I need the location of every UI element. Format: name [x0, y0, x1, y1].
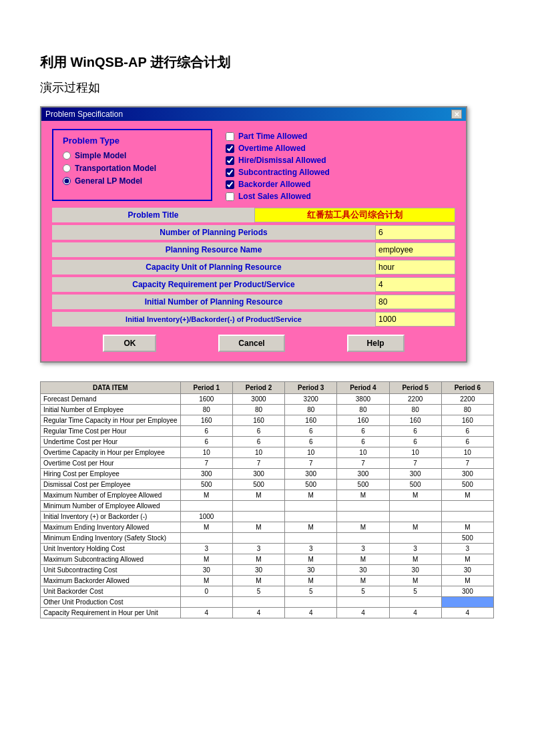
help-button[interactable]: Help	[347, 335, 405, 352]
cell-19-5	[441, 597, 493, 608]
row-label-1: Initial Number of Employee	[41, 405, 181, 415]
field-value-5[interactable]: 1000	[375, 312, 455, 327]
table-row: Unit Backorder Cost05555300	[41, 586, 494, 597]
cell-0-1: 3000	[232, 394, 284, 405]
cell-14-4: 3	[389, 544, 441, 554]
cell-20-0: 4	[180, 608, 232, 618]
cb-overtime-input[interactable]	[226, 144, 234, 153]
cell-18-5: 300	[441, 586, 493, 597]
field-value-3[interactable]: 4	[375, 277, 455, 292]
cancel-button[interactable]: Cancel	[218, 335, 284, 352]
field-row-3: Capacity Requirement per Product/Service…	[52, 277, 455, 292]
cb-hire[interactable]: Hire/Dismissal Allowed	[226, 156, 330, 165]
cell-11-1	[232, 512, 284, 522]
cell-5-2: 10	[285, 447, 337, 458]
cb-parttime-input[interactable]	[226, 132, 234, 141]
problem-title-value[interactable]: 红番茄工具公司综合计划	[254, 208, 455, 222]
field-value-0[interactable]: 6	[375, 225, 455, 240]
field-value-2[interactable]: hour	[375, 260, 455, 274]
table-row: Hiring Cost per Employee3003003003003003…	[41, 469, 494, 480]
cb-subcontract[interactable]: Subcontracting Allowed	[226, 168, 330, 177]
cell-5-5: 10	[441, 447, 493, 458]
table-row: Unit Subcontracting Cost303030303030	[41, 565, 494, 576]
dialog-title: Problem Specification	[45, 110, 123, 119]
ok-button[interactable]: OK	[103, 335, 156, 352]
cell-7-0: 300	[180, 469, 232, 480]
table-row: Dismissal Cost per Employee5005005005005…	[41, 480, 494, 490]
cell-6-0: 7	[180, 458, 232, 469]
col-header-p4: Period 4	[337, 382, 389, 394]
form-section: Problem Title 红番茄工具公司综合计划 Number of Plan…	[52, 208, 455, 327]
row-label-10: Minimum Number of Employee Allowed	[41, 501, 181, 512]
cb-backorder-input[interactable]	[226, 180, 234, 189]
cell-16-3: 30	[337, 565, 389, 576]
cell-20-5: 4	[441, 608, 493, 618]
row-label-12: Maximum Ending Inventory Allowed	[41, 522, 181, 533]
radio-simple-input[interactable]	[63, 152, 71, 160]
cell-15-2: M	[285, 554, 337, 565]
cell-18-1: 5	[232, 586, 284, 597]
cb-backorder[interactable]: Backorder Allowed	[226, 180, 330, 189]
col-header-p1: Period 1	[180, 382, 232, 394]
cell-14-5: 3	[441, 544, 493, 554]
row-label-19: Other Unit Production Cost	[41, 597, 181, 608]
page-title: 利用 WinQSB-AP 进行综合计划	[40, 53, 494, 71]
field-value-4[interactable]: 80	[375, 295, 455, 309]
cell-2-5: 160	[441, 415, 493, 426]
row-label-15: Maximum Subcontracting Allowed	[41, 554, 181, 565]
row-label-8: Dismissal Cost per Employee	[41, 480, 181, 490]
cb-parttime[interactable]: Part Time Allowed	[226, 132, 330, 141]
cell-1-0: 80	[180, 405, 232, 415]
cell-15-5: M	[441, 554, 493, 565]
cell-15-3: M	[337, 554, 389, 565]
col-header-p3: Period 3	[285, 382, 337, 394]
cell-10-4	[389, 501, 441, 512]
radio-transport-input[interactable]	[63, 164, 71, 172]
field-row-0: Number of Planning Periods 6	[52, 225, 455, 240]
subtitle: 演示过程如	[40, 79, 494, 96]
cell-14-3: 3	[337, 544, 389, 554]
cell-9-4: M	[389, 490, 441, 501]
cell-4-4: 6	[389, 437, 441, 447]
cell-17-4: M	[389, 576, 441, 586]
cell-9-3: M	[337, 490, 389, 501]
cell-3-4: 6	[389, 426, 441, 437]
cell-17-3: M	[337, 576, 389, 586]
cell-17-1: M	[232, 576, 284, 586]
problem-type-group: Problem Type Simple Model Transportation…	[52, 129, 212, 201]
cell-19-0	[180, 597, 232, 608]
table-row: Regular Time Cost per Hour666666	[41, 426, 494, 437]
cell-5-3: 10	[337, 447, 389, 458]
cell-12-5: M	[441, 522, 493, 533]
table-row: Undertime Cost per Hour666666	[41, 437, 494, 447]
row-label-0: Forecast Demand	[41, 394, 181, 405]
cell-17-5: M	[441, 576, 493, 586]
radio-general-input[interactable]	[63, 177, 71, 185]
cb-overtime-label: Overtime Allowed	[238, 144, 306, 153]
radio-transport[interactable]: Transportation Model	[63, 164, 202, 173]
dialog-titlebar: Problem Specification ✕	[41, 108, 466, 121]
field-label-1: Planning Resource Name	[52, 242, 375, 257]
field-value-1[interactable]: employee	[375, 242, 455, 257]
cb-hire-input[interactable]	[226, 156, 234, 165]
cell-2-0: 160	[180, 415, 232, 426]
cell-6-2: 7	[285, 458, 337, 469]
cell-15-1: M	[232, 554, 284, 565]
table-row: Overtime Capacity in Hour per Employee10…	[41, 447, 494, 458]
radio-simple[interactable]: Simple Model	[63, 151, 202, 160]
cell-12-2: M	[285, 522, 337, 533]
row-label-6: Overtime Cost per Hour	[41, 458, 181, 469]
cell-10-5	[441, 501, 493, 512]
cb-subcontract-input[interactable]	[226, 168, 234, 177]
cb-lostsales-input[interactable]	[226, 192, 234, 201]
close-icon[interactable]: ✕	[451, 110, 462, 119]
radio-simple-label: Simple Model	[75, 151, 126, 160]
col-header-p5: Period 5	[389, 382, 441, 394]
cb-lostsales[interactable]: Lost Sales Allowed	[226, 192, 330, 201]
cell-7-1: 300	[232, 469, 284, 480]
cb-overtime[interactable]: Overtime Allowed	[226, 144, 330, 153]
row-label-11: Initial Inventory (+) or Backorder (-)	[41, 512, 181, 522]
field-label-3: Capacity Requirement per Product/Service	[52, 277, 375, 292]
cell-14-0: 3	[180, 544, 232, 554]
radio-general[interactable]: General LP Model	[63, 176, 202, 186]
